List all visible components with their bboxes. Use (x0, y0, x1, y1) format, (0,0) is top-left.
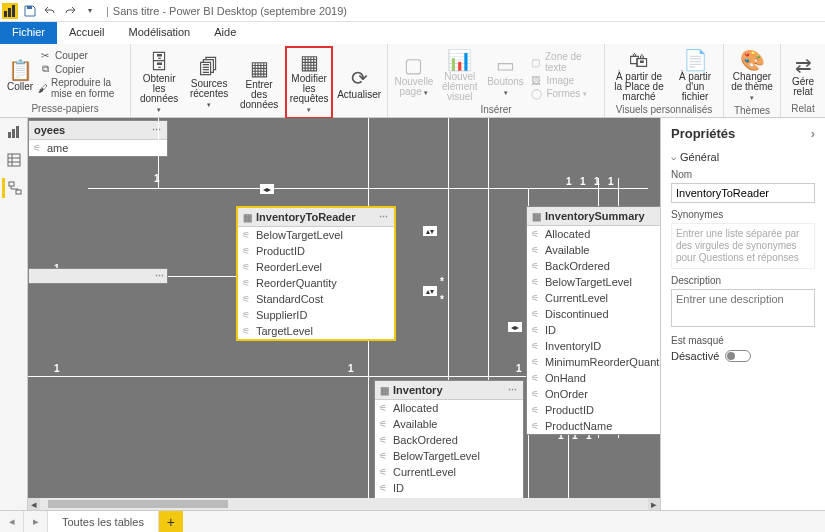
field[interactable]: OnOrder (527, 386, 660, 402)
tab-aide[interactable]: Aide (202, 22, 248, 44)
image-button[interactable]: 🖼Image (529, 75, 600, 86)
field[interactable]: ame (29, 140, 167, 156)
cardinality-many: * (440, 276, 444, 287)
field[interactable]: ProductName (527, 418, 660, 434)
table-menu-icon[interactable]: ⋯ (508, 385, 518, 395)
field[interactable]: ReorderLevel (238, 259, 394, 275)
section-general[interactable]: Général (671, 151, 815, 163)
name-input[interactable] (671, 183, 815, 203)
undo-icon[interactable] (42, 3, 58, 19)
model-canvas[interactable]: oyees⋯ ame 1 1 1 1 1 1 1 1 1 1 1 (28, 118, 660, 510)
tab-nav-prev[interactable]: ◂ (0, 511, 24, 532)
scroll-right-icon[interactable]: ▸ (648, 498, 660, 510)
label-description: Description (671, 275, 815, 286)
svg-rect-6 (16, 126, 19, 138)
filter-direction-icon: ▴▾ (423, 286, 437, 296)
edit-queries-button[interactable]: ▦Modifier les requêtes ▾ (285, 46, 333, 119)
marketplace-button[interactable]: 🛍À partir de la Place de marché (609, 46, 669, 104)
table-partial-left[interactable]: ⋯ (28, 268, 168, 284)
field[interactable]: ProductID (238, 243, 394, 259)
field[interactable]: InventoryID (527, 338, 660, 354)
table-inventory[interactable]: ▦Inventory⋯ AllocatedAvailableBackOrdere… (374, 380, 524, 510)
copy-button[interactable]: ⧉Copier (38, 63, 126, 75)
change-theme-button[interactable]: 🎨Changer de thème ▾ (728, 46, 776, 105)
refresh-icon: ⟳ (345, 66, 373, 90)
refresh-button[interactable]: ⟳Actualiser (335, 64, 383, 102)
report-view-button[interactable] (4, 122, 24, 142)
field[interactable]: BelowTargetLevel (238, 227, 394, 243)
paste-icon: 📋 (6, 58, 34, 82)
shapes-button[interactable]: ◯Formes ▾ (529, 88, 600, 99)
field[interactable]: CurrentLevel (375, 464, 523, 480)
redo-icon[interactable] (62, 3, 78, 19)
field[interactable]: Available (527, 242, 660, 258)
table-inventory-summary[interactable]: ▦InventorySummary⋯ AllocatedAvailableBac… (526, 206, 660, 435)
field[interactable]: ID (375, 480, 523, 496)
hidden-toggle[interactable] (725, 350, 751, 362)
buttons-icon: ▭ (492, 53, 520, 77)
table-menu-icon[interactable]: ⋯ (379, 212, 389, 222)
scroll-thumb[interactable] (48, 500, 228, 508)
tab-modelisation[interactable]: Modélisation (116, 22, 202, 44)
enter-data-button[interactable]: ▦Entrer des données (235, 54, 283, 112)
field[interactable]: BelowTargetLevel (375, 448, 523, 464)
tab-nav-next[interactable]: ▸ (24, 511, 48, 532)
data-view-button[interactable] (4, 150, 24, 170)
field[interactable]: OnHand (527, 370, 660, 386)
tab-all-tables[interactable]: Toutes les tables (48, 511, 159, 532)
save-icon[interactable] (22, 3, 38, 19)
svg-rect-3 (27, 6, 32, 9)
group-label-themes: Thèmes (728, 105, 776, 117)
qat-dropdown-icon[interactable]: ▾ (82, 3, 98, 19)
description-input[interactable] (671, 289, 815, 327)
collapse-icon[interactable]: › (811, 126, 815, 141)
filter-direction-icon: ◂▸ (508, 322, 522, 332)
cut-button[interactable]: ✂Couper (38, 50, 126, 61)
cardinality-one: 1 (608, 176, 614, 187)
synonyms-placeholder: Entrer une liste séparée par des virgule… (671, 223, 815, 269)
recent-sources-button[interactable]: 🗐Sources récentes ▾ (185, 53, 233, 112)
text-box-button[interactable]: ▢Zone de texte (529, 51, 600, 73)
field[interactable]: MinimumReorderQuantity (527, 354, 660, 370)
manage-relations-button[interactable]: ⇄Gére relat (785, 51, 821, 99)
table-inventory-to-reader[interactable]: ▦InventoryToReader⋯ BelowTargetLevelProd… (236, 206, 396, 341)
ribbon-group-insert: ▢Nouvelle page ▾ 📊Nouvel élément visuel … (388, 44, 605, 117)
field[interactable]: BelowTargetLevel (527, 274, 660, 290)
cardinality-one: 1 (566, 176, 572, 187)
format-painter-button[interactable]: 🖌Reproduire la mise en forme (38, 77, 126, 99)
paste-button[interactable]: 📋 Coller (4, 56, 36, 94)
enter-data-icon: ▦ (245, 56, 273, 80)
table-employees-partial[interactable]: oyees⋯ ame (28, 120, 168, 157)
field[interactable]: TargetLevel (238, 323, 394, 339)
svg-rect-7 (8, 154, 20, 166)
table-menu-icon[interactable]: ⋯ (152, 125, 162, 135)
field[interactable]: SupplierID (238, 307, 394, 323)
group-label-relations: Relat (785, 103, 821, 115)
new-page-button: ▢Nouvelle page ▾ (392, 51, 436, 100)
tab-accueil[interactable]: Accueil (57, 22, 116, 44)
from-file-button[interactable]: 📄À partir d'un fichier (671, 46, 719, 104)
field[interactable]: BackOrdered (375, 432, 523, 448)
field[interactable]: Allocated (527, 226, 660, 242)
canvas-h-scrollbar[interactable]: ◂ ▸ (28, 498, 660, 510)
shapes-icon: ◯ (529, 88, 543, 99)
field[interactable]: Allocated (375, 400, 523, 416)
filter-direction-icon: ▴▾ (423, 226, 437, 236)
model-view-button[interactable] (2, 178, 22, 198)
table-menu-icon[interactable]: ⋯ (155, 271, 165, 281)
field[interactable]: CurrentLevel (527, 290, 660, 306)
cardinality-one: 1 (516, 363, 522, 374)
field[interactable]: ProductID (527, 402, 660, 418)
field[interactable]: ReorderQuantity (238, 275, 394, 291)
field[interactable]: StandardCost (238, 291, 394, 307)
field[interactable]: Available (375, 416, 523, 432)
tab-fichier[interactable]: Fichier (0, 22, 57, 44)
ribbon-group-external-data: 🗄Obtenir les données ▾ 🗐Sources récentes… (131, 44, 388, 117)
field[interactable]: BackOrdered (527, 258, 660, 274)
field[interactable]: ID (527, 322, 660, 338)
add-tab-button[interactable]: + (159, 511, 183, 532)
svg-rect-1 (8, 8, 11, 17)
scroll-left-icon[interactable]: ◂ (28, 498, 40, 510)
get-data-button[interactable]: 🗄Obtenir les données ▾ (135, 48, 183, 117)
field[interactable]: Discontinued (527, 306, 660, 322)
